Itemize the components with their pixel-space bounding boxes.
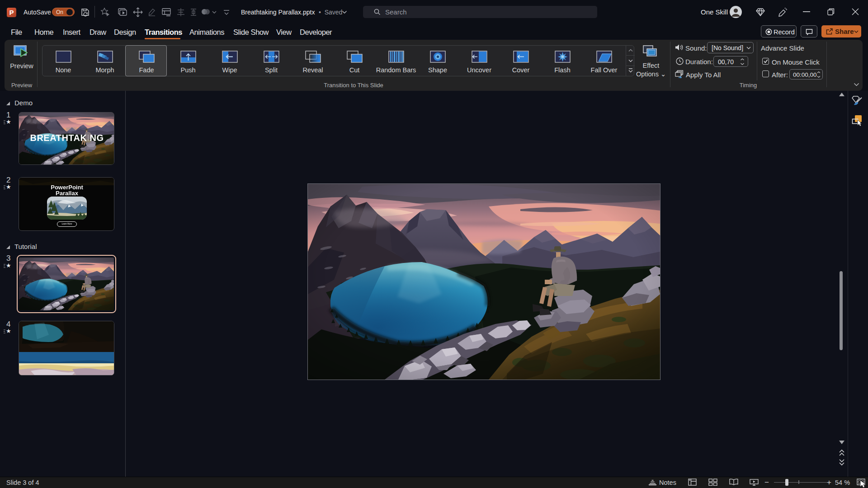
svg-text:P: P — [9, 9, 14, 16]
